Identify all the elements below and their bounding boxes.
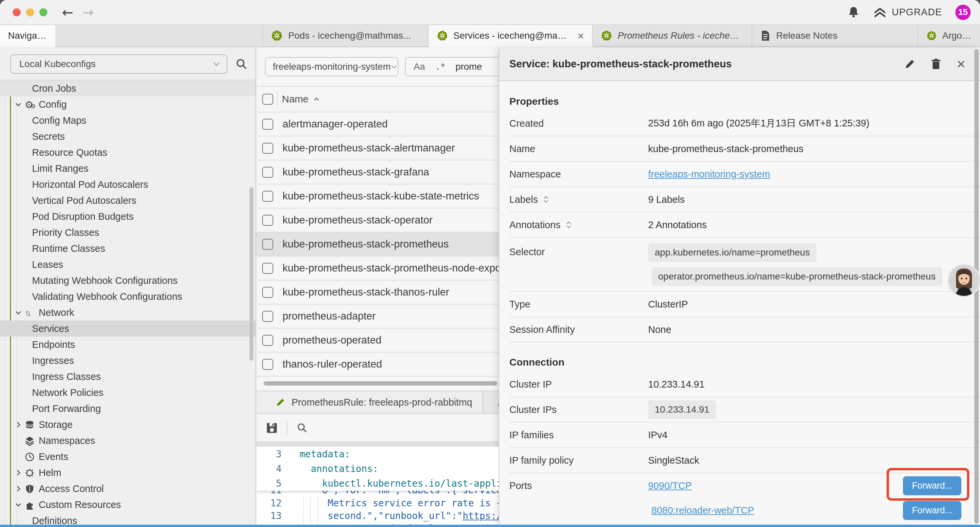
select-all-checkbox[interactable] (262, 94, 273, 105)
row-checkbox[interactable] (262, 287, 273, 298)
sidebar-item-namespaces[interactable]: Namespaces (0, 433, 256, 449)
sidebar-item-secrets[interactable]: Secrets (0, 128, 256, 145)
table-row[interactable]: kube-prometheus-stack-thanos-ruler (256, 280, 499, 304)
sidebar-item-vertical-pod-autoscalers[interactable]: Vertical Pod Autoscalers (0, 193, 256, 209)
editor-tab-bar: PrometheusRule: freeleaps-prod-rabbitmq (256, 390, 499, 414)
save-icon[interactable] (266, 422, 278, 434)
sidebar-item-config-maps[interactable]: Config Maps (0, 112, 256, 128)
sidebar-item-storage[interactable]: Storage (0, 417, 256, 433)
layers-icon (25, 435, 37, 447)
sidebar-item-network-policies[interactable]: Network Policies (0, 385, 256, 401)
sidebar-item-access-control[interactable]: Access Control (0, 481, 256, 497)
close-tab-icon[interactable]: × (573, 29, 584, 42)
sidebar-item-ingress-classes[interactable]: Ingress Classes (0, 369, 256, 385)
sidebar-item-resource-quotas[interactable]: Resource Quotas (0, 145, 256, 161)
clock-icon (25, 451, 37, 463)
trash-icon[interactable] (931, 58, 941, 70)
minimize-window-button[interactable] (26, 8, 34, 16)
table-row[interactable]: kube-prometheus-stack-alertmanager (256, 137, 499, 161)
sidebar-item-custom-resources[interactable]: Custom Resources (0, 497, 256, 513)
sidebar-item-services[interactable]: Services (0, 320, 256, 336)
filter-input[interactable]: Aa .* prome (405, 57, 499, 76)
table-row[interactable]: alertmanager-operated (256, 112, 499, 137)
sidebar-item-config[interactable]: ⚙⚙ Config (0, 96, 256, 112)
sidebar-item-ingresses[interactable]: Ingresses (0, 353, 256, 369)
edit-icon[interactable] (904, 58, 915, 70)
table-row[interactable]: thanos-ruler-operated (256, 353, 499, 377)
close-icon[interactable]: × (957, 57, 965, 72)
port-link[interactable]: 8080:reloader-web/TCP (651, 505, 754, 516)
avatar[interactable] (947, 264, 980, 297)
sidebar-item-leases[interactable]: Leases (0, 256, 256, 272)
sidebar-item-runtime-classes[interactable]: Runtime Classes (0, 240, 256, 256)
table-row[interactable]: kube-prometheus-stack-operator (256, 209, 499, 232)
tab-release-notes[interactable]: Release Notes (752, 25, 918, 46)
editor-search-icon[interactable] (296, 422, 308, 434)
table-row[interactable]: prometheus-operated (256, 328, 499, 353)
yaml-editor[interactable]: 3metadata: 4 annotations: 5 kubectl.kube… (256, 447, 499, 527)
kubeconfig-select[interactable]: Local Kubeconfigs (10, 54, 228, 74)
namespace-select[interactable]: freeleaps-monitoring-system (265, 57, 398, 76)
sidebar-item-validating-webhook-configurations[interactable]: Validating Webhook Configurations (0, 288, 256, 304)
row-checkbox[interactable] (262, 335, 273, 346)
sidebar-item-helm[interactable]: Helm (0, 465, 256, 481)
row-checkbox[interactable] (262, 215, 273, 226)
port-link[interactable]: 9090/TCP (648, 480, 692, 491)
sidebar-item-mutating-webhook-configurations[interactable]: Mutating Webhook Configurations (0, 272, 256, 288)
sidebar-scrollbar[interactable] (250, 187, 253, 361)
sidebar-item-pod-disruption-budgets[interactable]: Pod Disruption Budgets (0, 209, 256, 224)
runbook-url-link[interactable]: https://net (463, 510, 499, 521)
close-window-button[interactable] (13, 8, 21, 16)
sidebar-item-network[interactable]: ↑↓ Network (0, 304, 256, 320)
row-checkbox[interactable] (262, 239, 273, 250)
sidebar-item-horizontal-pod-autoscalers[interactable]: Horizontal Pod Autoscalers (0, 177, 256, 193)
sidebar-item-endpoints[interactable]: Endpoints (0, 336, 256, 353)
row-checkbox[interactable] (262, 143, 273, 154)
back-arrow-button[interactable]: ← (62, 5, 73, 20)
row-checkbox[interactable] (262, 359, 273, 370)
tab-services[interactable]: Services - icecheng@math... × (429, 25, 593, 46)
zoom-window-button[interactable] (39, 8, 48, 16)
connection-row-cluster-ips: Cluster IPs 10.233.14.91 (509, 397, 980, 423)
editor-tab-prometheusrule[interactable]: PrometheusRule: freeleaps-prod-rabbitmq (256, 391, 483, 413)
table-row-selected[interactable]: kube-prometheus-stack-prometheus (256, 232, 499, 256)
tab-argo[interactable]: Argo Se (918, 25, 980, 46)
tab-navigator[interactable]: Navigator (0, 25, 56, 46)
row-checkbox[interactable] (262, 263, 273, 274)
forward-button[interactable]: Forward... (903, 476, 961, 495)
match-case-toggle[interactable]: Aa (414, 61, 425, 72)
table-row[interactable]: kube-prometheus-stack-grafana (256, 161, 499, 185)
sidebar-item-cron-jobs[interactable]: Cron Jobs (0, 80, 256, 96)
table-row[interactable]: kube-prometheus-stack-kube-state-metrics (256, 185, 499, 209)
sidebar-item-events[interactable]: Events (0, 449, 256, 465)
notification-badge[interactable]: 15 (955, 5, 970, 20)
row-checkbox[interactable] (262, 191, 273, 202)
sidebar-search-icon[interactable] (235, 57, 248, 71)
bell-icon[interactable] (847, 6, 860, 19)
sidebar-item-limit-ranges[interactable]: Limit Ranges (0, 161, 256, 177)
regex-toggle[interactable]: .* (435, 62, 445, 72)
tab-prometheus-rules[interactable]: Prometheus Rules - icecheng... (593, 25, 752, 46)
table-row[interactable]: kube-prometheus-stack-prometheus-node-ex… (256, 256, 499, 280)
sidebar-item-port-forwarding[interactable]: Port Forwarding (0, 401, 256, 417)
namespace-link[interactable]: freeleaps-monitoring-system (648, 169, 770, 180)
row-checkbox[interactable] (262, 311, 273, 322)
tab-pods[interactable]: Pods - icecheng@mathmas... (263, 25, 429, 46)
sidebar-item-priority-classes[interactable]: Priority Classes (0, 224, 256, 240)
editor-sticky-lines: 3metadata: 4 annotations: 5 kubectl.kube… (256, 447, 499, 490)
forward-arrow-button[interactable]: → (83, 5, 94, 20)
expand-collapse-icon[interactable] (542, 196, 550, 204)
row-checkbox[interactable] (262, 119, 273, 130)
resource-tree: Cron Jobs ⚙⚙ Config Config Maps Secrets … (0, 80, 256, 527)
row-checkbox[interactable] (262, 167, 273, 178)
property-row-created: Created 253d 16h 6m ago (2025年1月13日 GMT+… (509, 111, 980, 137)
connection-row-ip-families: IP families IPv4 (509, 423, 980, 448)
filter-query: prome (456, 61, 482, 72)
column-name[interactable]: Name (282, 93, 309, 105)
expand-collapse-icon[interactable] (565, 221, 573, 229)
editor-tab-partial[interactable] (483, 391, 499, 413)
upgrade-button[interactable]: UPGRADE (873, 6, 942, 18)
horizontal-scrollbar[interactable] (264, 381, 497, 385)
table-row[interactable]: prometheus-adapter (256, 304, 499, 328)
forward-button[interactable]: Forward... (903, 501, 961, 520)
